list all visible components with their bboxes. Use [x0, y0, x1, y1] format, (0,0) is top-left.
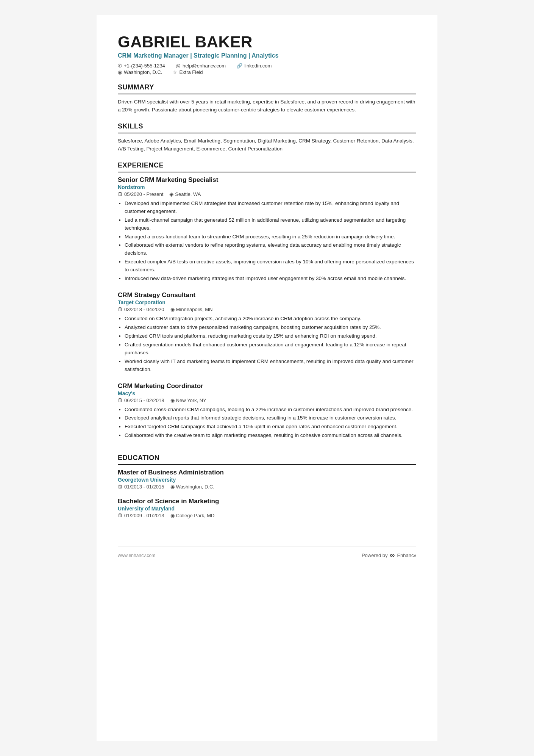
footer-website: www.enhancv.com: [118, 553, 155, 558]
summary-section: SUMMARY Driven CRM specialist with over …: [118, 83, 416, 114]
location-icon: ◉: [118, 69, 122, 75]
job-title-nordstrom: Senior CRM Marketing Specialist: [118, 176, 416, 184]
extra-field-value: Extra Field: [179, 69, 203, 75]
location-icon-georgetown: ◉: [170, 484, 175, 490]
bullets-target: Consulted on CRM integration projects, a…: [118, 315, 416, 373]
bullet-item: Executed targeted CRM campaigns that ach…: [125, 423, 416, 431]
star-icon: ☆: [173, 69, 177, 75]
skills-text: Salesforce, Adobe Analytics, Email Marke…: [118, 137, 416, 153]
contact-row-2: ◉ Washington, D.C. ☆ Extra Field: [118, 69, 416, 75]
exp-location-nordstrom: ◉ Seattle, WA: [169, 191, 201, 197]
exp-location-macys: ◉ New York, NY: [170, 398, 206, 403]
candidate-name: GABRIEL BAKER: [118, 33, 416, 51]
page-footer: www.enhancv.com Powered by ∞ Enhancv: [118, 546, 416, 559]
experience-title: EXPERIENCE: [118, 161, 416, 172]
bullet-item: Crafted segmentation models that enhance…: [125, 341, 416, 357]
bullet-item: Developed and implemented CRM strategies…: [125, 200, 416, 216]
extra-field-contact: ☆ Extra Field: [173, 69, 203, 75]
exp-meta-nordstrom: 🗓 05/2020 - Present ◉ Seattle, WA: [118, 191, 416, 197]
education-title: EDUCATION: [118, 454, 416, 465]
location-icon-macys: ◉: [170, 398, 175, 403]
skills-section: SKILLS Salesforce, Adobe Analytics, Emai…: [118, 122, 416, 153]
location-icon-target: ◉: [170, 307, 175, 312]
calendar-icon-macys: 🗓: [118, 398, 123, 403]
edu-dates-umd: 🗓 01/2009 - 01/2013: [118, 513, 164, 518]
experience-entry-nordstrom: Senior CRM Marketing Specialist Nordstro…: [118, 176, 416, 289]
calendar-icon-georgetown: 🗓: [118, 484, 123, 490]
calendar-icon-target: 🗓: [118, 307, 123, 312]
linkedin-value: linkedin.com: [244, 63, 272, 69]
bullet-item: Worked closely with IT and marketing tea…: [125, 358, 416, 374]
skills-title: SKILLS: [118, 122, 416, 133]
exp-dates-target: 🗓 03/2018 - 04/2020: [118, 307, 164, 312]
exp-dates-macys: 🗓 06/2015 - 02/2018: [118, 398, 164, 403]
exp-meta-macys: 🗓 06/2015 - 02/2018 ◉ New York, NY: [118, 398, 416, 403]
edu-location-georgetown: ◉ Washington, D.C.: [170, 484, 214, 490]
exp-dates-nordstrom: 🗓 05/2020 - Present: [118, 191, 163, 197]
school-umd: University of Maryland: [118, 506, 416, 512]
experience-section: EXPERIENCE Senior CRM Marketing Speciali…: [118, 161, 416, 446]
location-value: Washington, D.C.: [124, 69, 162, 75]
email-contact: @ help@enhancv.com: [176, 63, 226, 69]
location-icon-nordstrom: ◉: [169, 191, 173, 197]
exp-meta-target: 🗓 03/2018 - 04/2020 ◉ Minneapolis, MN: [118, 307, 416, 312]
job-title-macys: CRM Marketing Coordinator: [118, 382, 416, 390]
bullet-item: Led a multi-channel campaign that genera…: [125, 216, 416, 232]
linkedin-icon: 🔗: [236, 63, 242, 69]
degree-umd: Bachelor of Science in Marketing: [118, 498, 416, 505]
edu-entry-umd: Bachelor of Science in Marketing Univers…: [118, 498, 416, 524]
candidate-title: CRM Marketing Manager | Strategic Planni…: [118, 52, 416, 59]
email-icon: @: [176, 63, 181, 69]
bullet-item: Managed a cross-functional team to strea…: [125, 233, 416, 241]
phone-contact: ✆ +1-(234)-555-1234: [118, 63, 165, 69]
contact-row-1: ✆ +1-(234)-555-1234 @ help@enhancv.com 🔗…: [118, 63, 416, 69]
job-title-target: CRM Strategy Consultant: [118, 291, 416, 299]
bullets-macys: Coordinated cross-channel CRM campaigns,…: [118, 406, 416, 440]
bullet-item: Collaborated with external vendors to re…: [125, 241, 416, 257]
summary-title: SUMMARY: [118, 83, 416, 94]
enhancv-brand-name: Enhancv: [397, 553, 416, 558]
bullet-item: Coordinated cross-channel CRM campaigns,…: [125, 406, 416, 414]
bullets-nordstrom: Developed and implemented CRM strategies…: [118, 200, 416, 283]
calendar-icon: 🗓: [118, 191, 123, 197]
summary-text: Driven CRM specialist with over 5 years …: [118, 98, 416, 114]
edu-meta-georgetown: 🗓 01/2013 - 01/2015 ◉ Washington, D.C.: [118, 484, 416, 490]
education-section: EDUCATION Master of Business Administrat…: [118, 454, 416, 524]
location-contact: ◉ Washington, D.C.: [118, 69, 162, 75]
resume-page: GABRIEL BAKER CRM Marketing Manager | St…: [97, 15, 437, 741]
bullet-item: Collaborated with the creative team to a…: [125, 432, 416, 440]
company-macys: Macy's: [118, 390, 416, 396]
enhancv-branding: Powered by ∞ Enhancv: [362, 551, 416, 559]
email-value: help@enhancv.com: [183, 63, 226, 69]
edu-entry-georgetown: Master of Business Administration George…: [118, 469, 416, 495]
bullet-item: Introduced new data-driven marketing str…: [125, 275, 416, 283]
exp-location-target: ◉ Minneapolis, MN: [170, 307, 213, 312]
experience-entry-target: CRM Strategy Consultant Target Corporati…: [118, 291, 416, 380]
bullet-item: Developed analytical reports that inform…: [125, 414, 416, 422]
linkedin-contact: 🔗 linkedin.com: [236, 63, 272, 69]
bullet-item: Consulted on CRM integration projects, a…: [125, 315, 416, 323]
company-target: Target Corporation: [118, 299, 416, 305]
location-icon-umd: ◉: [170, 513, 175, 518]
company-nordstrom: Nordstrom: [118, 184, 416, 190]
school-georgetown: Georgetown University: [118, 477, 416, 483]
phone-value: +1-(234)-555-1234: [124, 63, 165, 69]
enhancv-logo-icon: ∞: [390, 551, 395, 559]
bullet-item: Optimized CRM tools and platforms, reduc…: [125, 332, 416, 340]
edu-dates-georgetown: 🗓 01/2013 - 01/2015: [118, 484, 164, 490]
bullet-item: Analyzed customer data to drive personal…: [125, 324, 416, 332]
degree-georgetown: Master of Business Administration: [118, 469, 416, 476]
phone-icon: ✆: [118, 63, 122, 69]
powered-by-label: Powered by: [362, 553, 388, 558]
calendar-icon-umd: 🗓: [118, 513, 123, 518]
edu-meta-umd: 🗓 01/2009 - 01/2013 ◉ College Park, MD: [118, 513, 416, 518]
experience-entry-macys: CRM Marketing Coordinator Macy's 🗓 06/20…: [118, 382, 416, 446]
edu-location-umd: ◉ College Park, MD: [170, 513, 215, 518]
header: GABRIEL BAKER CRM Marketing Manager | St…: [118, 33, 416, 75]
bullet-item: Executed complex A/B tests on creative a…: [125, 258, 416, 274]
